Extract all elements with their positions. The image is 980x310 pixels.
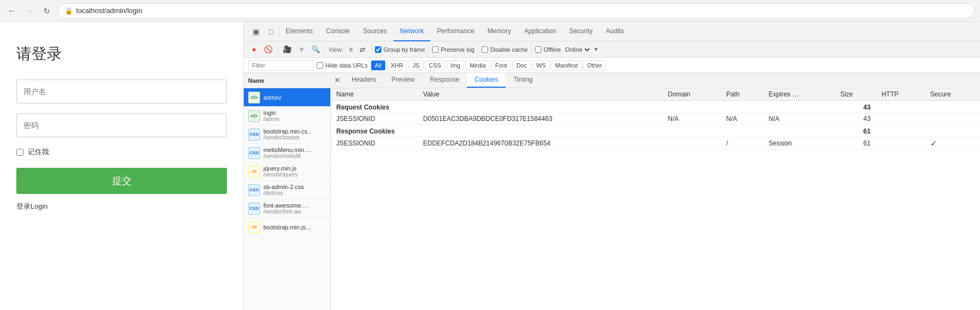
cookies-table: Name Value Domain Path Expires … Size HT… (331, 88, 980, 310)
table-row: JSESSIONID D0501EAC3DBA9DBDCE0FD317E1584… (331, 113, 980, 125)
group-by-frame-checkbox[interactable] (375, 46, 381, 53)
file-info: bootstrap.min.cs… /vendor/bootstr (263, 128, 313, 141)
remember-checkbox[interactable] (16, 149, 23, 156)
disable-cache-text: Disable cache (490, 46, 528, 53)
filter-tag-css[interactable]: CSS (425, 60, 445, 70)
file-item-metismenu[interactable]: CSS metisMenu.min.… /vendor/metisM (244, 144, 330, 162)
hide-data-urls-label[interactable]: Hide data URLs (317, 62, 368, 69)
reload-button[interactable]: ↻ (40, 4, 53, 17)
detail-tab-headers[interactable]: Headers (344, 73, 384, 88)
file-item-bootstrap-css[interactable]: CSS bootstrap.min.cs… /vendor/bootstr (244, 125, 330, 144)
filter-tag-js[interactable]: JS (409, 60, 423, 70)
tab-memory[interactable]: Memory (481, 22, 517, 41)
clear-button[interactable]: 🚫 (262, 44, 274, 56)
disable-cache-checkbox[interactable] (482, 46, 488, 53)
offline-checkbox[interactable] (535, 46, 541, 53)
filter-tag-ws[interactable]: WS (532, 60, 550, 70)
file-icon-css: CSS (248, 147, 260, 159)
file-path: /admin (263, 116, 280, 122)
forward-button[interactable]: → (23, 4, 36, 17)
file-info: bootstrap.min.js… (263, 224, 312, 230)
preserve-log-label[interactable]: Preserve log (432, 46, 474, 53)
filter-input[interactable] (248, 60, 313, 71)
filter-tag-img[interactable]: Img (447, 60, 464, 70)
col-http: HTTP (876, 88, 925, 101)
response-cookies-section: Response Cookies 61 (331, 125, 980, 137)
record-button[interactable]: ● (248, 44, 260, 56)
tab-sources[interactable]: Sources (356, 22, 393, 41)
cookie-domain (662, 137, 720, 150)
request-cookies-section: Request Cookies 43 (331, 101, 980, 113)
view-list-button[interactable]: ≡ (346, 44, 356, 55)
file-item-admin[interactable]: </> admin/ (244, 88, 330, 107)
tab-audits[interactable]: Audits (599, 22, 630, 41)
search-button[interactable]: 🔍 (310, 44, 322, 56)
file-path: /vendor/font-aw (263, 209, 309, 215)
col-expires: Expires … (763, 88, 835, 101)
file-name: jquery.min.js (263, 165, 298, 172)
detail-tab-timing[interactable]: Timing (506, 73, 540, 88)
filter-tag-xhr[interactable]: XHR (387, 60, 407, 70)
file-list: </> admin/ </> login /admin CSS (244, 88, 330, 310)
file-info: admin/ (263, 94, 281, 101)
file-item-sb-admin[interactable]: CSS sb-admin-2.css /dist/css (244, 181, 330, 199)
hide-data-urls-checkbox[interactable] (317, 62, 323, 69)
devtools-filter-row: Hide data URLs All XHR JS CSS Img Media … (244, 58, 980, 73)
tab-console[interactable]: Console (319, 22, 356, 41)
submit-button[interactable]: 提交 (16, 168, 227, 194)
offline-label[interactable]: Offline (535, 46, 561, 53)
network-throttle-select[interactable]: Online (563, 44, 591, 55)
view-grid-button[interactable]: ⇄ (357, 44, 368, 55)
address-bar[interactable]: 🔒 localhost/admin/login (58, 3, 975, 19)
offline-text: Offline (544, 46, 561, 53)
filter-tag-manifest[interactable]: Manifest (551, 60, 582, 70)
devtools-icon-2[interactable]: □ (263, 24, 279, 39)
col-size: Size (835, 88, 876, 101)
file-name: bootstrap.min.cs… (263, 128, 313, 135)
file-name: admin/ (263, 94, 281, 101)
filter-button[interactable]: ▿ (295, 44, 307, 56)
file-item-jquery[interactable]: JS jquery.min.js /vendor/jquery (244, 162, 330, 181)
tab-application[interactable]: Application (517, 22, 563, 41)
request-cookies-size: 43 (835, 101, 876, 113)
detail-tab-cookies[interactable]: Cookies (467, 73, 506, 88)
toolbar-sep-2 (325, 45, 325, 54)
tab-performance[interactable]: Performance (430, 22, 481, 41)
toolbar-sep-1 (278, 45, 278, 54)
detail-close-button[interactable]: ✕ (331, 73, 344, 88)
login-title: 请登录 (16, 44, 227, 64)
password-input[interactable] (16, 113, 227, 137)
tab-security[interactable]: Security (563, 22, 599, 41)
hide-data-urls-text: Hide data URLs (325, 62, 368, 69)
file-icon-html: </> (248, 92, 260, 104)
file-name: bootstrap.min.js… (263, 224, 312, 230)
view-label: View: (329, 46, 343, 53)
back-button[interactable]: ← (5, 4, 19, 17)
camera-button[interactable]: 🎥 (281, 44, 293, 56)
filter-tag-other[interactable]: Other (583, 60, 606, 70)
file-icon-js: JS (248, 166, 260, 178)
devtools-icon-1[interactable]: ▣ (248, 24, 263, 39)
filter-tags: All XHR JS CSS Img Media Font Doc WS Man… (371, 60, 606, 70)
filter-tag-doc[interactable]: Doc (513, 60, 531, 70)
file-name: metisMenu.min.… (263, 147, 312, 153)
filter-tag-font[interactable]: Font (491, 60, 511, 70)
file-item-bootstrap-js[interactable]: JS bootstrap.min.js… (244, 218, 330, 236)
group-by-frame-label[interactable]: Group by frame (375, 46, 425, 53)
username-input[interactable] (16, 80, 227, 104)
file-icon-css: CSS (248, 129, 260, 141)
preserve-log-checkbox[interactable] (432, 46, 439, 53)
col-domain: Domain (662, 88, 720, 101)
tab-network[interactable]: Network (393, 22, 430, 41)
tab-elements[interactable]: Elements (279, 22, 319, 41)
col-value: Value (418, 88, 663, 101)
filter-tag-all[interactable]: All (371, 60, 385, 70)
file-item-font-awesome[interactable]: CSS font-awesome.… /vendor/font-aw (244, 199, 330, 218)
filter-tag-media[interactable]: Media (466, 60, 490, 70)
detail-panel: ✕ Headers Preview Response Cookies Timin… (331, 73, 980, 310)
cookie-value: EDDEFCDA2D184B2149670B32E75FB654 (418, 137, 663, 150)
file-item-login[interactable]: </> login /admin (244, 107, 330, 125)
disable-cache-label[interactable]: Disable cache (482, 46, 528, 53)
detail-tab-response[interactable]: Response (422, 73, 467, 88)
detail-tab-preview[interactable]: Preview (384, 73, 422, 88)
